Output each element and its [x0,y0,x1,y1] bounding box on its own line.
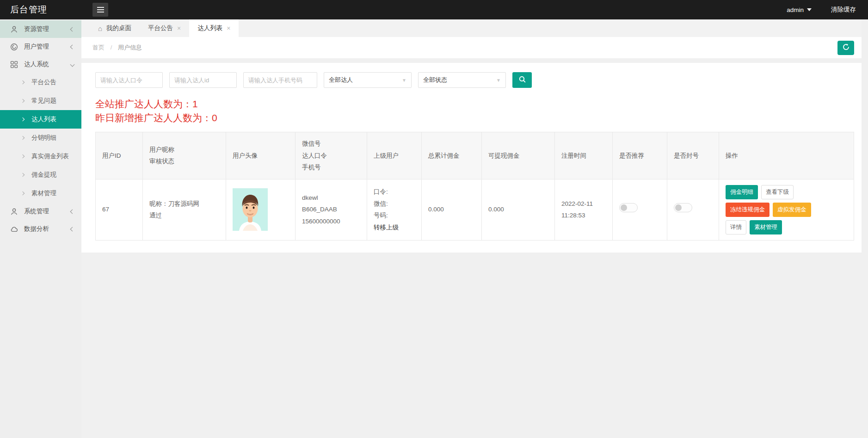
banned-toggle[interactable] [674,203,692,212]
user-icon [10,208,18,216]
col-user-id: 用户ID [96,132,143,179]
search-button[interactable] [512,72,532,88]
cell-parent-user: 口令: 微信: 号码: 转移上级 [367,179,422,240]
content-card: 全部达人 ▼ 全部状态 ▼ 全站推广达人人数为：1 昨日新增推广达人人数为：0 [81,63,862,253]
circle-user-icon [10,43,18,51]
stats-yesterday: 昨日新增推广达人人数为：0 [95,111,852,125]
col-recommend: 是否推荐 [613,132,667,179]
chevron-left-icon [70,27,75,31]
sidebar: 资源管理 用户管理 达人系统 平台公告 常见问题 [0,19,81,438]
daren-id-input[interactable] [169,72,237,88]
chevron-right-icon [21,136,25,140]
col-nickname-status: 用户昵称审核状态 [143,132,226,179]
refresh-button[interactable] [837,41,854,55]
chevron-right-icon [21,154,25,158]
username: admin [787,6,804,13]
sidebar-item-resources[interactable]: 资源管理 [0,20,81,38]
app-title: 后台管理 [0,4,81,16]
sidebar-submenu: 平台公告 常见问题 达人列表 分销明细 真实佣金列表 佣金提现 [0,73,81,203]
sidebar-item-daren-list[interactable]: 达人列表 [0,110,81,129]
sidebar-item-data-analysis[interactable]: 数据分析 [0,220,81,238]
filter-row: 全部达人 ▼ 全部状态 ▼ [95,72,852,88]
cell-reg-time: 2022-02-11 11:28:53 [555,179,613,240]
chevron-down-icon: ▼ [402,78,406,83]
grid-icon [10,61,18,68]
col-parent-user: 上级用户 [367,132,422,179]
close-icon[interactable]: × [227,25,230,31]
daren-table: 用户ID 用户昵称审核状态 用户头像 微信号达人口令手机号 上级用户 总累计佣金… [95,132,854,241]
status-select[interactable]: 全部状态 ▼ [418,72,506,88]
table-row: 67 昵称：刀客源码网 通过 [96,179,854,240]
sidebar-item-real-commission-list[interactable]: 真实佣金列表 [0,147,81,166]
table-header-row: 用户ID 用户昵称审核状态 用户头像 微信号达人口令手机号 上级用户 总累计佣金… [96,132,854,179]
sidebar-item-daren-system[interactable]: 达人系统 [0,56,81,73]
chevron-down-icon [807,8,812,11]
breadcrumb: 首页 / 用户信息 [92,43,142,52]
chevron-right-icon [21,117,25,121]
refresh-icon [842,43,850,52]
cloud-icon [10,225,18,233]
col-withdrawable: 可提现佣金 [482,132,555,179]
daren-type-select[interactable]: 全部达人 ▼ [324,72,412,88]
cell-total-commission: 0.000 [422,179,482,240]
sidebar-item-distribution-detail[interactable]: 分销明细 [0,129,81,147]
cell-user-id: 67 [96,179,143,240]
tab-my-desktop[interactable]: ⌂ 我的桌面 [90,19,140,37]
recommend-toggle[interactable] [619,203,638,212]
close-icon[interactable]: × [177,25,181,31]
user-icon [10,25,18,33]
boy-avatar [233,188,268,231]
chevron-right-icon [21,80,25,84]
chevron-right-icon [21,191,25,195]
col-banned: 是否封号 [667,132,719,179]
tab-bar: ⌂ 我的桌面 平台公告 × 达人列表 × [81,19,862,37]
sidebar-item-faq[interactable]: 常见问题 [0,92,81,110]
col-actions: 操作 [719,132,854,179]
hamburger-menu-icon[interactable] [92,3,108,17]
transfer-parent-link[interactable]: 转移上级 [374,222,415,234]
tab-daren-list[interactable]: 达人列表 × [189,19,239,37]
main-area: ⌂ 我的桌面 平台公告 × 达人列表 × 首页 / 用户信息 [81,19,868,438]
cell-actions: 佣金明细 查看下级 冻结违规佣金 虚拟发佣金 详情 素材管理 [719,179,854,240]
stats-total: 全站推广达人人数为：1 [95,97,852,111]
sidebar-item-system-management[interactable]: 系统管理 [0,203,81,220]
chevron-left-icon [70,44,75,49]
col-total-commission: 总累计佣金 [422,132,482,179]
chevron-down-icon [70,62,75,67]
cell-banned [667,179,719,240]
sidebar-item-material-management[interactable]: 素材管理 [0,184,81,203]
chevron-left-icon [70,227,75,231]
detail-button[interactable]: 详情 [726,220,746,234]
chevron-right-icon [21,173,25,177]
topbar: 后台管理 admin 清除缓存 [0,0,868,19]
cell-recommend [613,179,667,240]
daren-code-input[interactable] [95,72,163,88]
col-avatar: 用户头像 [226,132,295,179]
tab-platform-announcement[interactable]: 平台公告 × [140,19,189,37]
home-icon: ⌂ [98,25,102,32]
material-management-button[interactable]: 素材管理 [750,220,782,234]
cell-wechat-code-phone: dkewl B606_DAAB 15600000000 [295,179,367,240]
col-reg-time: 注册时间 [555,132,613,179]
chevron-down-icon: ▼ [496,78,501,83]
cell-avatar [226,179,295,240]
cell-withdrawable: 0.000 [482,179,555,240]
breadcrumb-bar: 首页 / 用户信息 [81,37,862,58]
sidebar-item-platform-announcement[interactable]: 平台公告 [0,73,81,92]
freeze-commission-button[interactable]: 冻结违规佣金 [726,203,770,217]
commission-detail-button[interactable]: 佣金明细 [726,185,758,199]
breadcrumb-home[interactable]: 首页 [92,44,105,51]
sidebar-item-commission-withdraw[interactable]: 佣金提现 [0,166,81,184]
col-wechat-code-phone: 微信号达人口令手机号 [295,132,367,179]
virtual-commission-button[interactable]: 虚拟发佣金 [773,203,811,217]
view-subordinates-button[interactable]: 查看下级 [761,185,794,199]
chevron-left-icon [70,209,75,214]
chevron-right-icon [21,99,25,103]
clear-cache-button[interactable]: 清除缓存 [831,6,856,14]
daren-phone-input[interactable] [243,72,317,88]
audit-status: 通过 [149,210,219,222]
breadcrumb-current: 用户信息 [118,44,142,51]
sidebar-item-user-management[interactable]: 用户管理 [0,38,81,56]
user-menu[interactable]: admin [787,6,812,13]
promotion-stats: 全站推广达人人数为：1 昨日新增推广达人人数为：0 [95,97,852,125]
